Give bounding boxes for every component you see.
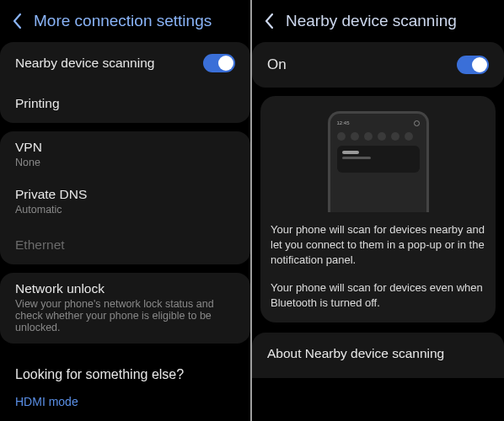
description-card: 12:45 Your phone will scan for devices n… [260, 96, 496, 322]
private-dns-label: Private DNS [15, 187, 235, 202]
on-row[interactable]: On [252, 42, 504, 88]
section-network: VPN None Private DNS Automatic Ethernet [0, 131, 250, 264]
mock-dot [378, 132, 386, 141]
toggle-knob [472, 57, 487, 72]
nearby-device-scanning-row[interactable]: Nearby device scanning [0, 42, 250, 84]
description-text-2: Your phone will scan for devices even wh… [271, 280, 485, 311]
description-text-1: Your phone will scan for devices nearby … [271, 222, 485, 269]
section-network-unlock: Network unlock View your phone's network… [0, 273, 250, 344]
mock-line [342, 151, 359, 154]
page-title: More connection settings [34, 12, 212, 30]
toggle-knob [218, 56, 233, 71]
hdmi-mode-link: HDMI mode [15, 395, 78, 408]
private-dns-row[interactable]: Private DNS Automatic [0, 179, 250, 226]
vpn-label: VPN [15, 140, 235, 155]
nearby-device-scanning-screen: Nearby device scanning On 12:45 [252, 0, 504, 421]
ethernet-row: Ethernet [0, 226, 250, 264]
mock-quick-settings [337, 132, 420, 141]
section-nearby-printing: Nearby device scanning Printing [0, 42, 250, 123]
ethernet-label: Ethernet [15, 237, 65, 253]
nearby-toggle[interactable] [203, 54, 235, 72]
mock-dot [364, 132, 373, 141]
about-label: About Nearby device scanning [267, 346, 444, 360]
vpn-sub: None [15, 157, 235, 168]
printing-label: Printing [15, 96, 60, 111]
gear-icon [414, 120, 420, 126]
phone-illustration: 12:45 [328, 111, 429, 212]
back-icon[interactable] [260, 12, 279, 30]
section-on-toggle: On [252, 42, 504, 88]
mock-dot [405, 132, 413, 141]
hdmi-mode-row[interactable]: HDMI mode [0, 389, 250, 421]
network-unlock-row[interactable]: Network unlock View your phone's network… [0, 273, 250, 344]
page-title: Nearby device scanning [286, 12, 457, 30]
mock-time: 12:45 [337, 120, 350, 125]
network-unlock-sub: View your phone's network lock status an… [15, 298, 235, 333]
header: Nearby device scanning [252, 0, 504, 42]
header: More connection settings [0, 0, 250, 42]
mock-dot [337, 132, 346, 141]
private-dns-sub: Automatic [15, 204, 235, 216]
mock-status-bar: 12:45 [337, 119, 420, 127]
mock-dot [351, 132, 359, 141]
more-connection-settings-screen: More connection settings Nearby device s… [0, 0, 250, 421]
feature-toggle[interactable] [457, 56, 489, 74]
nearby-label: Nearby device scanning [15, 56, 154, 71]
on-label: On [267, 56, 287, 73]
mock-line [342, 157, 371, 159]
looking-for-heading: Looking for something else? [0, 352, 250, 389]
back-icon[interactable] [8, 12, 27, 30]
about-row[interactable]: About Nearby device scanning [252, 333, 504, 378]
screenshot-container: More connection settings Nearby device s… [0, 0, 504, 421]
vpn-row[interactable]: VPN None [0, 131, 250, 179]
printing-row[interactable]: Printing [0, 84, 250, 123]
mock-dot [391, 132, 399, 141]
network-unlock-label: Network unlock [15, 281, 235, 296]
mock-notification [337, 146, 420, 173]
